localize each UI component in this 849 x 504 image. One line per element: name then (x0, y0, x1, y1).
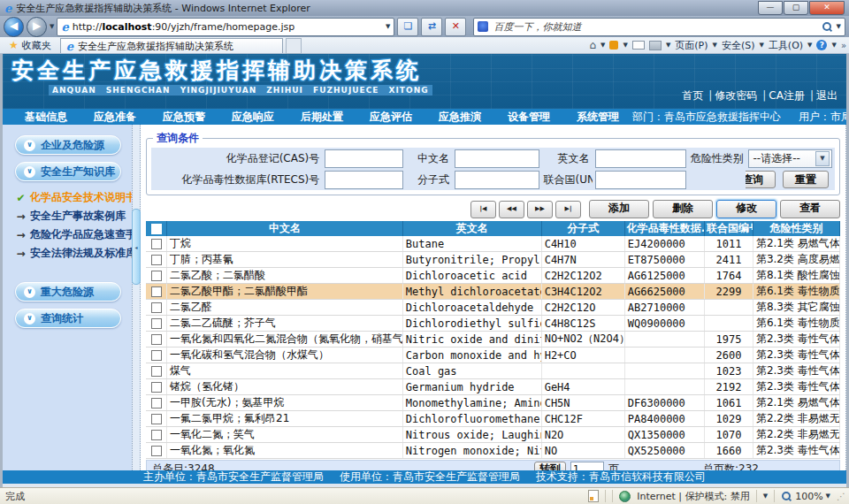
action-button[interactable]: 添加 (589, 200, 649, 218)
row-checkbox[interactable] (151, 382, 162, 393)
sidebar-panel-enterprise[interactable]: ∨ 企业及危险源 (15, 135, 121, 155)
pager-button[interactable]: ▶▶ (527, 201, 553, 218)
safety-menu[interactable]: 安全(S) (722, 39, 755, 52)
home-dropdown-icon[interactable]: ▼ (600, 42, 605, 49)
zoom-control[interactable]: 100% ▼ (781, 491, 830, 502)
table-row[interactable]: 一氧化二氮；笑气 Nitrous oxide; Laughing gas N2O… (146, 427, 840, 443)
page-menu[interactable]: 页面(P) (675, 39, 708, 52)
help-icon[interactable]: ? (816, 40, 827, 50)
table-row[interactable]: 二氯乙酸；二氯醋酸 Dichloroacetic acid C2H2C12O2 … (146, 268, 840, 284)
cas-input[interactable] (325, 149, 402, 168)
nav-item[interactable]: 应急响应 (218, 110, 287, 125)
table-row[interactable]: 二氯乙醛 Dichloroacetaldehyde C2H2C12O AB271… (146, 300, 840, 316)
nav-item[interactable]: 应急评估 (356, 110, 425, 125)
address-dropdown-icon[interactable]: ▼ (386, 23, 390, 30)
reset-button[interactable]: 重置 (783, 171, 829, 188)
splitter-collapse-handle[interactable]: ◂ (132, 209, 141, 285)
top-link[interactable]: CA注册 (757, 88, 805, 103)
table-row[interactable]: 一氧化氮和四氧化二氮混合物（氮氧化物，硝基气，氧化氮气体） Nitric oxi… (146, 332, 840, 347)
row-checkbox[interactable] (151, 350, 162, 361)
sidebar-panel-knowledge[interactable]: ∨ 安全生产知识库 (15, 162, 121, 181)
table-row[interactable]: 锗烷（氢化锗） Germanium hydride GeH4 2192 第2.3… (146, 379, 840, 395)
search-dropdown-icon[interactable]: ▼ (837, 23, 841, 30)
nav-item[interactable]: 应急预警 (149, 110, 218, 125)
nav-item[interactable]: 系统管理 (563, 110, 632, 125)
un-input[interactable] (595, 171, 686, 189)
en-name-input[interactable] (595, 149, 686, 168)
select-all-checkbox[interactable] (151, 224, 162, 234)
row-checkbox[interactable] (151, 414, 162, 424)
formula-input[interactable] (455, 171, 539, 189)
history-dropdown-icon[interactable]: ▼ (50, 23, 54, 30)
action-button[interactable]: 查看 (780, 200, 840, 218)
table-row[interactable]: 一氟二氯甲烷；氟利昂21 Dichlorofluoromethane; Freo… (146, 411, 840, 427)
sidebar-item[interactable]: 化学品安全技术说明书 (15, 188, 132, 207)
zoom-dropdown-icon[interactable]: ▼ (826, 493, 830, 500)
row-checkbox[interactable] (151, 334, 162, 345)
minimize-button[interactable]: — (758, 1, 783, 15)
help-dropdown-icon[interactable]: ▼ (831, 42, 836, 49)
tools-menu-dropdown-icon[interactable]: ▼ (807, 42, 812, 49)
tools-menu[interactable]: 工具(O) (769, 39, 803, 52)
row-checkbox[interactable] (151, 255, 162, 265)
refresh-button[interactable]: ⇄ (421, 18, 442, 36)
action-button[interactable]: 删除 (653, 200, 713, 218)
table-row[interactable]: 丁腈；丙基氰 Butyronitrile; Propyl cyanide C4H… (146, 252, 840, 268)
search-magnifier-icon[interactable] (822, 21, 833, 33)
sidebar-item[interactable]: 安全生产事故案例库 (15, 207, 132, 225)
address-field[interactable]: e http://localhost:90/yjzh/frame/homepag… (57, 18, 394, 36)
nav-item[interactable]: 基础信息 (11, 110, 80, 125)
row-checkbox[interactable] (151, 271, 162, 281)
compatibility-view-button[interactable]: ❏ (397, 18, 418, 36)
top-link[interactable]: 退出 (805, 88, 838, 103)
row-checkbox[interactable] (151, 302, 162, 313)
more-commands-icon[interactable]: » (841, 41, 846, 50)
resize-grip[interactable]: ⋰ (837, 492, 844, 501)
print-icon[interactable] (649, 41, 662, 50)
sidebar-item[interactable]: 危险化学品应急速查手... (15, 225, 132, 244)
cn-name-input[interactable] (455, 149, 539, 168)
back-button[interactable]: ◀ (4, 17, 24, 37)
read-mail-icon[interactable] (632, 41, 645, 50)
safety-menu-dropdown-icon[interactable]: ▼ (759, 42, 763, 49)
feeds-dropdown-icon[interactable]: ▼ (623, 42, 627, 49)
pager-button[interactable]: ◀◀ (499, 201, 524, 218)
maximize-button[interactable]: ▢ (784, 1, 808, 15)
row-checkbox[interactable] (151, 446, 162, 456)
page-menu-dropdown-icon[interactable]: ▼ (712, 42, 716, 49)
rtecs-input[interactable] (325, 171, 402, 189)
row-checkbox[interactable] (151, 430, 162, 440)
table-row[interactable]: 煤气 Coal gas 1023 第2.3类 毒性气体 (146, 363, 840, 379)
table-row[interactable]: 一甲胺(无水)；氨基甲烷 Monomethylamine; Aminometha… (146, 395, 840, 411)
new-tab-stub[interactable] (286, 38, 302, 54)
search-button[interactable]: 查询 (746, 171, 776, 188)
top-link[interactable]: 首页 (682, 88, 703, 103)
pager-button[interactable]: |◀ (470, 201, 496, 218)
nav-item[interactable]: 应急准备 (80, 110, 149, 125)
protected-mode-dropdown-icon[interactable]: ▼ (763, 493, 768, 500)
print-dropdown-icon[interactable]: ▼ (666, 42, 670, 49)
feeds-icon[interactable] (609, 41, 618, 50)
forward-button[interactable]: ▶ (27, 17, 47, 37)
close-button[interactable]: ✕ (809, 1, 845, 15)
nav-item[interactable]: 应急推演 (425, 110, 494, 125)
hazard-select[interactable]: --请选择-- ▼ (748, 149, 832, 168)
pager-button[interactable]: ▶| (555, 201, 581, 218)
stop-button[interactable]: ✕ (445, 18, 466, 36)
sidebar-panel-statistics[interactable]: ∨ 查询统计 (15, 309, 121, 328)
row-checkbox[interactable] (151, 398, 162, 409)
table-row[interactable]: 二氯乙酸甲酯；二氯醋酸甲酯 Methyl dichloroacetate C3H… (146, 284, 840, 300)
home-icon[interactable]: ⌂ (589, 39, 596, 51)
table-row[interactable]: 丁烷 Butane C4H10 EJ4200000 1011 第2.1类 易燃气… (146, 236, 840, 252)
action-button[interactable]: 修改 (716, 200, 776, 218)
search-box[interactable]: ▼ (473, 18, 845, 36)
nav-item[interactable]: 后期处置 (287, 110, 356, 125)
table-row[interactable]: 二氯二乙硫醚；芥子气 Dichlorodiethyl sulfide; Must… (146, 316, 840, 332)
search-input[interactable] (492, 20, 817, 34)
row-checkbox[interactable] (151, 239, 162, 249)
browser-tab[interactable]: e 安全生产应急救援指挥辅助决策系统 (60, 38, 283, 53)
sidebar-splitter[interactable]: ◂ (132, 125, 141, 470)
row-checkbox[interactable] (151, 318, 162, 329)
top-link[interactable]: 修改密码 (703, 88, 757, 103)
sidebar-item[interactable]: 安全法律法规及标准库 (15, 244, 132, 263)
